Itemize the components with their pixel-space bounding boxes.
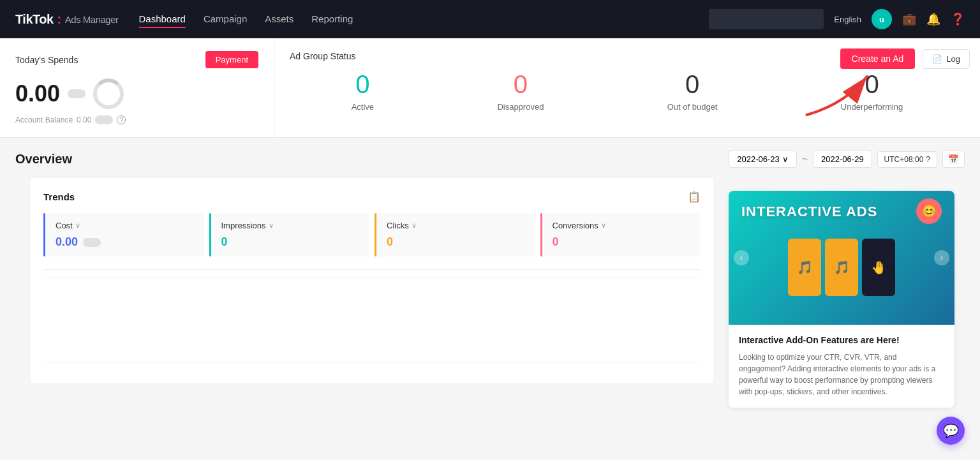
status-disapproved: 0 Disapproved (497, 71, 544, 112)
trends-header: Trends 📋 (43, 191, 701, 203)
brand-colon: : (57, 12, 61, 27)
top-right-actions: Create an Ad 📄 Log (840, 48, 970, 69)
date-separator: ~ (802, 154, 808, 165)
navbar: TikTok: Ads Manager Dashboard Campaign A… (0, 0, 980, 38)
metric-cost-label: Cost ∨ (56, 221, 194, 230)
timezone-badge: UTC+08:00 ? (877, 151, 937, 168)
conversions-chevron-icon[interactable]: ∨ (601, 221, 606, 230)
banner-image-title: INTERACTIVE ADS (741, 204, 877, 220)
metric-clicks-label: Clicks ∨ (387, 221, 525, 230)
spends-title: Today's Spends (15, 55, 78, 65)
impressions-label-text: Impressions (221, 221, 266, 230)
right-banner: INTERACTIVE ADS 😊 🎵 🎵 🤚 ‹ › Interactive … (729, 178, 965, 408)
help-icon[interactable]: ❓ (951, 12, 965, 26)
language-selector[interactable]: English (834, 15, 861, 24)
cost-chevron-icon[interactable]: ∨ (75, 221, 80, 230)
export-icon[interactable]: 📋 (688, 191, 701, 203)
log-label: Log (946, 54, 960, 64)
nav-reporting[interactable]: Reporting (311, 11, 353, 28)
nav-dashboard[interactable]: Dashboard (139, 11, 186, 28)
metric-cost: Cost ∨ 0.00 (43, 213, 204, 256)
metric-conversions: Conversions ∨ 0 (540, 213, 701, 256)
cost-toggle[interactable] (83, 238, 101, 247)
payment-button[interactable]: Payment (205, 51, 258, 68)
active-label: Active (352, 102, 374, 112)
banner-ad-desc: Looking to optimize your CTR, CVR, VTR, … (739, 352, 944, 397)
metric-impressions: Impressions ∨ 0 (209, 213, 370, 256)
budget-label: Out of budget (667, 102, 718, 112)
nav-assets[interactable]: Assets (265, 11, 293, 28)
chart-divider (43, 269, 701, 270)
bottom-divider (43, 362, 701, 362)
banner-prev-button[interactable]: ‹ (734, 250, 749, 265)
navbar-right: English u 💼 🔔 ❓ (709, 9, 965, 29)
ad-group-card: Create an Ad 📄 Log Ad Group Statu (274, 38, 980, 137)
bell-icon[interactable]: 🔔 (926, 12, 940, 26)
calendar-button[interactable]: 📅 (942, 151, 965, 168)
clicks-chevron-icon[interactable]: ∨ (412, 221, 417, 230)
timezone-help-icon[interactable]: ? (926, 155, 930, 164)
account-balance-value: 0.00 (77, 115, 91, 124)
top-cards-row: Today's Spends Payment 0.00 Account Bala… (0, 38, 980, 138)
overview-header: Overview 2022-06-23 ∨ ~ 2022-06-29 UTC+0… (15, 151, 965, 168)
search-input[interactable] (709, 9, 824, 29)
banner-next-button[interactable]: › (934, 250, 949, 265)
status-active: 0 Active (352, 71, 374, 112)
banner-ad-title: Interactive Add-On Features are Here! (739, 335, 944, 345)
balance-help-icon[interactable]: ? (117, 115, 126, 124)
timezone-value: UTC+08:00 (884, 155, 924, 164)
spends-amount-row: 0.00 (15, 78, 258, 109)
conversions-label-text: Conversions (553, 221, 598, 230)
overview-title: Overview (15, 152, 72, 167)
date-range-selector: 2022-06-23 ∨ ~ 2022-06-29 UTC+08:00 ? 📅 (729, 151, 965, 168)
trends-title: Trends (43, 191, 75, 202)
avatar-sticker: 😊 (916, 198, 942, 224)
metric-impressions-label: Impressions ∨ (221, 221, 360, 230)
phone-card-2: 🎵 (825, 239, 858, 296)
date-end-button[interactable]: 2022-06-29 (813, 151, 872, 168)
clicks-value: 0 (387, 235, 393, 248)
account-balance-row: Account Balance 0.00 ? (15, 115, 258, 124)
create-ad-button[interactable]: Create an Ad (840, 48, 916, 69)
brand-name: TikTok (15, 12, 54, 27)
main-nav: Dashboard Campaign Assets Reporting (139, 11, 689, 28)
active-count: 0 (352, 71, 374, 97)
app-logo: TikTok: Ads Manager (15, 12, 119, 27)
content-layout: Trends 📋 Cost ∨ 0.00 (15, 178, 965, 408)
log-icon: 📄 (932, 54, 942, 64)
metric-conversions-label: Conversions ∨ (553, 221, 691, 230)
impressions-chevron-icon[interactable]: ∨ (269, 221, 274, 230)
trends-metrics: Cost ∨ 0.00 Impressions (43, 213, 701, 256)
underperforming-label: Underperforming (841, 102, 903, 112)
trends-card: Trends 📋 Cost ∨ 0.00 (31, 178, 713, 383)
donut-chart (93, 78, 124, 109)
disapproved-count: 0 (497, 71, 544, 97)
cost-label-text: Cost (56, 221, 73, 230)
briefcase-icon[interactable]: 💼 (902, 12, 916, 26)
log-button[interactable]: 📄 Log (923, 49, 970, 69)
date-start-chevron: ∨ (782, 154, 789, 164)
impressions-value: 0 (221, 235, 228, 248)
phone-card-3: 🤚 (862, 239, 895, 296)
status-budget: 0 Out of budget (667, 71, 718, 112)
disapproved-label: Disapproved (497, 102, 544, 112)
banner-card: INTERACTIVE ADS 😊 🎵 🎵 🤚 ‹ › Interactive … (729, 191, 954, 408)
account-balance-label: Account Balance (15, 115, 73, 124)
chat-bubble-button[interactable]: 💬 (937, 417, 965, 445)
main-panel: Trends 📋 Cost ∨ 0.00 (15, 178, 729, 408)
cost-value: 0.00 (56, 235, 78, 249)
status-underperforming: 0 Underperforming (841, 71, 903, 112)
chat-icon: 💬 (943, 423, 959, 438)
spends-toggle[interactable] (68, 89, 85, 98)
date-end-value: 2022-06-29 (821, 154, 864, 164)
phone-card-1: 🎵 (788, 239, 821, 296)
conversions-value: 0 (553, 235, 559, 248)
avatar[interactable]: u (872, 9, 892, 29)
overview-section: Overview 2022-06-23 ∨ ~ 2022-06-29 UTC+0… (0, 138, 980, 408)
ad-status-grid: 0 Active 0 Disapproved 0 Out of budget 0… (290, 71, 965, 112)
main-content: Today's Spends Payment 0.00 Account Bala… (0, 38, 980, 408)
nav-campaign[interactable]: Campaign (204, 11, 247, 28)
balance-toggle[interactable] (95, 115, 113, 124)
date-start-button[interactable]: 2022-06-23 ∨ (729, 151, 797, 168)
metric-clicks: Clicks ∨ 0 (375, 213, 535, 256)
